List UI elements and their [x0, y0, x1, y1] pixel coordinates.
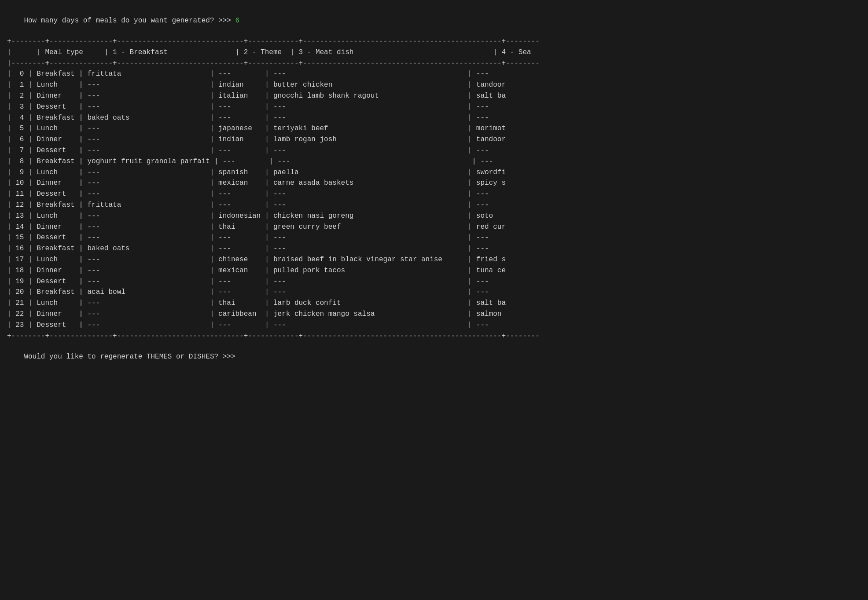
table-row: | 17 | Lunch | --- | chinese | braised b… — [7, 254, 861, 265]
table-row: | 7 | Dessert | --- | --- | --- | --- — [7, 145, 861, 156]
table-row: | 14 | Dinner | --- | thai | green curry… — [7, 222, 861, 233]
table-row: | 23 | Dessert | --- | --- | --- | --- — [7, 320, 861, 331]
table-row: | 19 | Dessert | --- | --- | --- | --- — [7, 276, 861, 287]
table-row: | 13 | Lunch | --- | indonesian | chicke… — [7, 211, 861, 222]
table-row: | 11 | Dessert | --- | --- | --- | --- — [7, 189, 861, 200]
terminal-window: How many days of meals do you want gener… — [7, 9, 861, 369]
table-row: | 15 | Dessert | --- | --- | --- | --- — [7, 232, 861, 243]
table-row: | 9 | Lunch | --- | spanish | paella | s… — [7, 167, 861, 178]
table-row: | 4 | Breakfast | baked oats | --- | ---… — [7, 113, 861, 124]
table-row: | 21 | Lunch | --- | thai | larb duck co… — [7, 298, 861, 309]
table-row: | 20 | Breakfast | acai bowl | --- | ---… — [7, 287, 861, 298]
table-row: | 16 | Breakfast | baked oats | --- | --… — [7, 243, 861, 254]
table-header: | | Meal type | 1 - Breakfast | 2 - Them… — [7, 47, 861, 58]
table-row: | 10 | Dinner | --- | mexican | carne as… — [7, 178, 861, 189]
table-body: | 0 | Breakfast | frittata | --- | --- |… — [7, 69, 861, 330]
table-row: | 12 | Breakfast | frittata | --- | --- … — [7, 200, 861, 211]
table-row: | 6 | Dinner | --- | indian | lamb rogan… — [7, 134, 861, 145]
table-row: | 18 | Dinner | --- | mexican | pulled p… — [7, 265, 861, 276]
top-divider: +--------+---------------+--------------… — [7, 36, 861, 47]
days-prompt: How many days of meals do you want gener… — [7, 9, 861, 33]
footer-prompt: Would you like to regenerate THEMES or D… — [7, 345, 861, 369]
table-row: | 22 | Dinner | --- | caribbean | jerk c… — [7, 309, 861, 320]
bottom-divider: +--------+---------------+--------------… — [7, 331, 861, 342]
table-row: | 1 | Lunch | --- | indian | butter chic… — [7, 80, 861, 91]
table-row: | 2 | Dinner | --- | italian | gnocchi l… — [7, 91, 861, 102]
table-row: | 0 | Breakfast | frittata | --- | --- |… — [7, 69, 861, 80]
table-row: | 3 | Dessert | --- | --- | --- | --- — [7, 102, 861, 113]
table-row: | 8 | Breakfast | yoghurt fruit granola … — [7, 156, 861, 167]
header-divider: |--------+---------------+--------------… — [7, 58, 861, 69]
table-container: +--------+---------------+--------------… — [7, 36, 861, 341]
table-row: | 5 | Lunch | --- | japanese | teriyaki … — [7, 123, 861, 134]
